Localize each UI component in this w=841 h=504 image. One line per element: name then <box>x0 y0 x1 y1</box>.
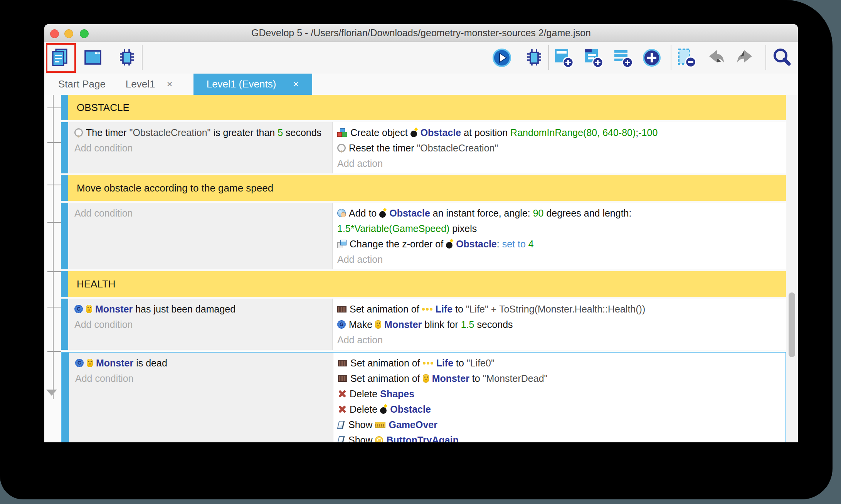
action-line[interactable]: Create object Obstacle at position Rando… <box>337 125 783 140</box>
action-line[interactable]: Delete Obstacle <box>338 402 782 417</box>
event-group-header[interactable]: OBSTACLE <box>61 95 786 120</box>
actions-column[interactable]: Set animation of Life to "Life" + ToStri… <box>332 299 786 350</box>
condition-line[interactable]: Monster has just been damaged <box>74 301 327 317</box>
event-tree-tick <box>47 307 61 307</box>
add-action-placeholder[interactable]: Add action <box>337 252 783 267</box>
actions-column[interactable]: Create object Obstacle at position Rando… <box>332 122 786 173</box>
action-line[interactable]: Set animation of Life to "Life" + ToStri… <box>337 301 783 317</box>
tab-level1-events-[interactable]: Level1 (Events)× <box>193 74 312 95</box>
scroll-down-arrow[interactable] <box>46 390 57 396</box>
add-event-icon[interactable] <box>553 47 574 69</box>
group-label: OBSTACLE <box>68 95 786 120</box>
event-handle-bar <box>61 95 68 120</box>
group-label: HEALTH <box>68 271 786 297</box>
add-condition-placeholder[interactable]: Add condition <box>74 205 327 221</box>
project-manager-icon[interactable] <box>50 47 71 69</box>
actions-column[interactable]: Set animation of Life to "Life0"Set anim… <box>333 353 785 442</box>
add-sub-event-icon[interactable] <box>582 47 604 69</box>
scrollbar-track[interactable] <box>786 95 798 442</box>
tab-level1[interactable]: Level1× <box>116 74 183 95</box>
text-segment: is greater than <box>210 127 278 138</box>
action-line[interactable]: Reset the timer "ObstacleCreation" <box>337 140 783 156</box>
redo-icon[interactable] <box>733 47 755 69</box>
text-segment: 5 <box>278 127 283 138</box>
add-action-placeholder[interactable]: Add action <box>337 332 783 348</box>
text-segment: : <box>497 239 502 249</box>
event-handle-bar <box>61 299 68 350</box>
text-segment: Make <box>349 319 375 330</box>
text-segment: "Life" + ToString(Monster.Health::Health… <box>466 304 645 314</box>
event-tree-tick <box>47 271 61 272</box>
condition-line[interactable]: The timer "ObstacleCreation" is greater … <box>74 125 327 140</box>
conditions-column[interactable]: Monster is deadAdd condition <box>69 353 333 442</box>
text-segment: 4 <box>528 239 534 249</box>
text-segment: is dead <box>133 358 167 368</box>
text-segment: "MonsterDead" <box>483 373 548 384</box>
action-line[interactable]: Make Monster blink for 1.5 seconds <box>337 317 783 332</box>
action-line[interactable]: Delete Shapes <box>338 386 782 402</box>
add-comment-icon[interactable] <box>612 47 634 69</box>
text-segment: Set animation of <box>350 373 423 384</box>
event-tree-tick <box>47 222 61 223</box>
search-icon[interactable] <box>771 47 793 69</box>
text-segment: -100 <box>638 127 658 138</box>
add-condition-placeholder[interactable]: Add condition <box>74 317 327 332</box>
window-title: GDevelop 5 - /Users/florian/Downloads/ge… <box>44 24 798 42</box>
action-line[interactable]: Show ButtonTryAgain <box>338 432 782 442</box>
action-line[interactable]: 1.5*Variable(GameSpeed) pixels <box>337 221 783 236</box>
text-segment: Create object <box>350 127 410 138</box>
play-icon[interactable] <box>491 47 513 69</box>
event-row[interactable]: Monster has just been damagedAdd conditi… <box>61 299 786 350</box>
actions-column[interactable]: Add to Obstacle an instant force, angle:… <box>332 203 786 269</box>
scene-editor-icon[interactable] <box>83 47 104 69</box>
debug-icon[interactable] <box>523 47 545 69</box>
event-row[interactable]: The timer "ObstacleCreation" is greater … <box>61 122 786 173</box>
event-group-header[interactable]: HEALTH <box>61 271 786 297</box>
text-segment: Add condition <box>74 319 133 330</box>
toolbar-separator <box>671 45 671 70</box>
text-segment: 1.5*Variable(GameSpeed) <box>337 223 449 234</box>
event-row-selected[interactable]: Monster is deadAdd conditionSet animatio… <box>61 352 786 442</box>
text-segment: The timer <box>86 127 130 138</box>
event-group-header[interactable]: Move obstacle according to the game spee… <box>61 175 786 201</box>
add-circle-icon[interactable] <box>641 47 663 69</box>
tab-close-icon[interactable]: × <box>167 78 172 90</box>
timer-icon <box>337 144 346 152</box>
text-segment: to <box>453 358 467 368</box>
undo-icon[interactable] <box>706 47 728 69</box>
condition-line[interactable]: Monster is dead <box>75 355 328 371</box>
text-segment: Add condition <box>74 208 133 218</box>
action-line[interactable]: Set animation of Life to "Life0" <box>338 355 782 371</box>
text-segment: Add action <box>337 254 383 265</box>
action-line[interactable]: Change the z-order of Obstacle: set to 4 <box>337 236 783 252</box>
bomb-icon <box>380 405 387 414</box>
tab-start-page[interactable]: Start Page <box>48 74 116 95</box>
conditions-column[interactable]: The timer "ObstacleCreation" is greater … <box>68 122 332 173</box>
text-segment: seconds <box>283 127 321 138</box>
timer-icon <box>74 128 83 137</box>
action-line[interactable]: Add to Obstacle an instant force, angle:… <box>337 205 783 221</box>
conditions-column[interactable]: Monster has just been damagedAdd conditi… <box>68 299 332 350</box>
action-line[interactable]: Set animation of Monster to "MonsterDead… <box>338 371 782 386</box>
tab-close-icon[interactable]: × <box>293 78 299 90</box>
conditions-column[interactable]: Add condition <box>68 203 332 269</box>
add-condition-placeholder[interactable]: Add condition <box>75 371 328 386</box>
gameover-icon <box>375 422 385 428</box>
text-segment: RandomInRange(80, 640-80) <box>510 127 636 138</box>
text-segment: Obstacle <box>420 127 461 138</box>
gdevelop-window: GDevelop 5 - /Users/florian/Downloads/ge… <box>44 24 798 442</box>
action-line[interactable]: Show GameOver <box>338 417 782 432</box>
add-action-placeholder[interactable]: Add action <box>337 156 783 171</box>
text-segment: Monster <box>96 358 133 368</box>
event-row[interactable]: Add conditionAdd to Obstacle an instant … <box>61 203 786 269</box>
show-icon <box>337 436 345 442</box>
text-segment: Change the z-order of <box>350 239 446 249</box>
event-handle-bar <box>61 122 68 173</box>
delete-selection-icon[interactable] <box>676 47 697 69</box>
debugger-icon[interactable] <box>116 47 138 69</box>
add-condition-placeholder[interactable]: Add condition <box>74 140 327 156</box>
text-segment: has just been damaged <box>133 304 235 314</box>
event-tree-tick <box>47 351 61 352</box>
scrollbar-thumb[interactable] <box>789 292 795 357</box>
z-order-icon <box>337 240 346 248</box>
